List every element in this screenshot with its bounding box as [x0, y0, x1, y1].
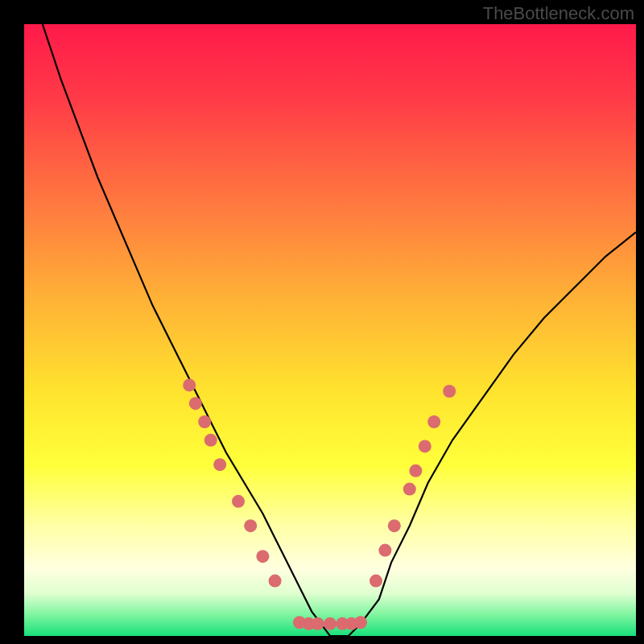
chart-svg: [24, 24, 636, 636]
data-point: [183, 378, 196, 391]
data-point: [204, 434, 217, 447]
data-point: [256, 550, 269, 563]
data-point: [324, 617, 336, 630]
data-point: [244, 519, 257, 532]
data-point: [269, 575, 282, 588]
data-point: [419, 440, 431, 452]
plot-area: [24, 24, 636, 636]
data-point: [403, 483, 416, 496]
data-point: [388, 519, 401, 532]
data-point: [189, 397, 202, 410]
data-point: [213, 458, 226, 471]
data-point: [198, 415, 211, 428]
watermark-text: TheBottleneck.com: [483, 3, 634, 24]
data-point: [378, 544, 391, 557]
gradient-background: [24, 24, 636, 636]
data-point: [443, 385, 456, 398]
data-point: [427, 415, 440, 428]
data-point: [354, 616, 367, 629]
data-point: [369, 575, 382, 588]
data-point: [312, 617, 324, 630]
data-point: [409, 464, 422, 477]
data-point: [232, 495, 245, 508]
